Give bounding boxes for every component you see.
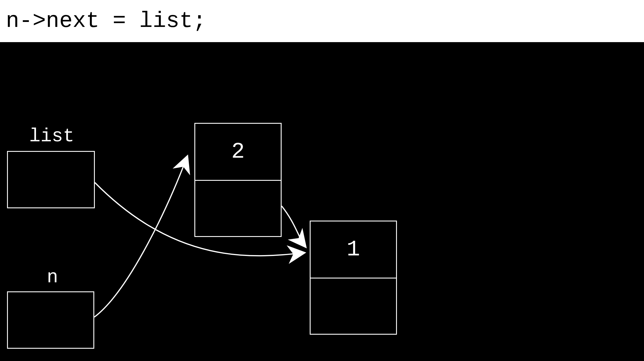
pointer-list-label: list: [29, 126, 74, 147]
node-b-value: 1: [311, 221, 396, 279]
node-a: 2: [194, 123, 282, 237]
pointer-n-box: [7, 291, 94, 349]
pointer-list-box: [7, 151, 95, 208]
arrow-node2-to-node1: [282, 206, 306, 247]
node-a-value: 2: [195, 124, 281, 181]
arrow-n-to-node2: [94, 156, 187, 317]
code-line: n->next = list;: [6, 8, 206, 34]
node-b: 1: [310, 221, 397, 335]
diagram-canvas: list n 2 1: [0, 42, 644, 361]
code-header: n->next = list;: [0, 0, 644, 42]
pointer-n-label: n: [47, 267, 58, 288]
